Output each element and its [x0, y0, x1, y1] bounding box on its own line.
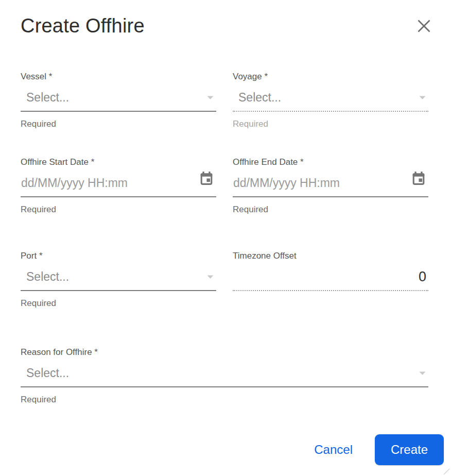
- port-field: Port * Select... Required: [21, 251, 216, 309]
- calendar-icon: [198, 181, 215, 189]
- timezone-offset-input: [233, 269, 427, 285]
- reason-for-offhire-field: Reason for Offhire * Select... Required: [21, 347, 428, 405]
- vessel-field: Vessel * Select... Required: [21, 72, 216, 129]
- dialog-footer: Cancel Create: [305, 434, 444, 465]
- port-helper-text: Required: [21, 298, 216, 309]
- voyage-field: Voyage * Select... Required: [233, 72, 428, 129]
- chevron-down-icon: [206, 275, 215, 279]
- page-title: Create Offhire: [21, 14, 145, 38]
- close-button[interactable]: [414, 16, 433, 36]
- calendar-icon: [410, 181, 427, 189]
- port-select[interactable]: Select...: [21, 265, 216, 291]
- close-icon: [417, 27, 431, 35]
- port-select-placeholder: Select...: [21, 269, 69, 284]
- voyage-select-placeholder: Select...: [233, 90, 281, 105]
- offhire-start-date-label: Offhire Start Date *: [21, 157, 216, 167]
- create-button[interactable]: Create: [375, 434, 444, 465]
- timezone-offset-label: Timezone Offset: [233, 251, 428, 261]
- chevron-down-icon: [419, 371, 427, 376]
- voyage-helper-text: Required: [233, 118, 428, 129]
- offhire-end-date-label: Offhire End Date *: [233, 157, 428, 167]
- vessel-select[interactable]: Select...: [21, 86, 216, 112]
- offhire-end-date-control: [233, 172, 428, 197]
- vessel-helper-text: Required: [21, 118, 216, 129]
- offhire-end-date-helper-text: Required: [233, 204, 428, 215]
- vessel-label: Vessel *: [21, 72, 216, 82]
- dialog-header: Create Offhire: [0, 0, 451, 38]
- form-row-2: Offhire Start Date *: [21, 157, 428, 215]
- voyage-label: Voyage *: [233, 72, 428, 82]
- timezone-offset-control: [233, 265, 428, 291]
- start-date-calendar-button[interactable]: [198, 170, 215, 188]
- chevron-down-icon: [206, 95, 215, 100]
- chevron-down-icon: [419, 95, 427, 100]
- create-offhire-dialog: Create Offhire Vessel * Select... Requir…: [0, 0, 451, 476]
- offhire-start-date-helper-text: Required: [21, 204, 216, 215]
- form-row-4: Reason for Offhire * Select... Required: [21, 347, 428, 405]
- offhire-end-date-field: Offhire End Date *: [233, 157, 428, 215]
- reason-for-offhire-select[interactable]: Select...: [21, 362, 428, 387]
- form-row-3: Port * Select... Required Timezone Offse…: [21, 251, 428, 309]
- offhire-start-date-control: [21, 172, 216, 197]
- reason-for-offhire-label: Reason for Offhire *: [21, 347, 428, 358]
- voyage-select: Select...: [233, 86, 428, 112]
- port-label: Port *: [21, 251, 216, 261]
- form-row-1: Vessel * Select... Required Voyage * Sel…: [21, 72, 428, 129]
- resize-corner-icon: [443, 468, 450, 475]
- vessel-select-placeholder: Select...: [21, 90, 69, 105]
- reason-select-placeholder: Select...: [21, 365, 69, 381]
- offhire-start-date-field: Offhire Start Date *: [21, 157, 216, 215]
- offhire-form: Vessel * Select... Required Voyage * Sel…: [0, 72, 451, 405]
- reason-helper-text: Required: [21, 394, 428, 405]
- cancel-button[interactable]: Cancel: [305, 437, 362, 462]
- offhire-start-date-input[interactable]: [21, 176, 198, 190]
- offhire-end-date-input[interactable]: [233, 176, 410, 190]
- timezone-offset-field: Timezone Offset: [233, 251, 428, 309]
- end-date-calendar-button[interactable]: [410, 170, 427, 188]
